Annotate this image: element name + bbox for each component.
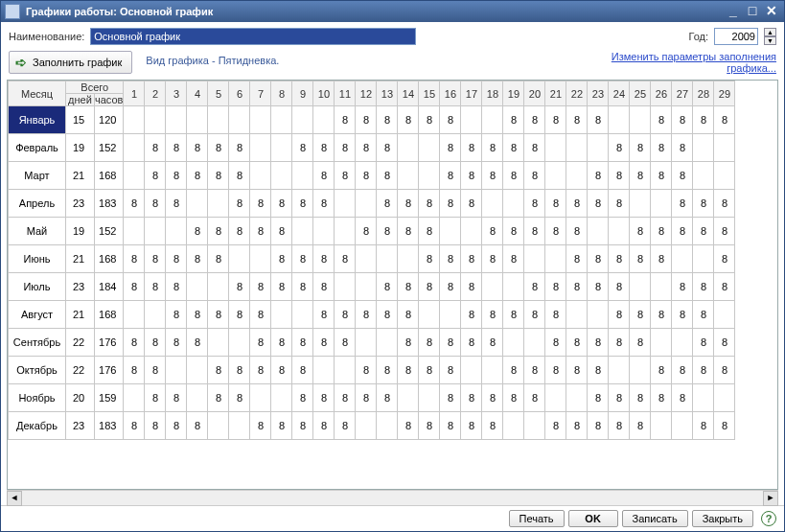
day-cell[interactable]: 8 xyxy=(419,106,440,134)
day-cell[interactable]: 8 xyxy=(524,134,545,162)
day-cell[interactable] xyxy=(609,106,630,134)
day-cell[interactable]: 8 xyxy=(398,301,419,329)
table-row[interactable]: Июль23184888888888888888888888 xyxy=(9,273,735,301)
day-cell[interactable]: 8 xyxy=(482,162,503,190)
day-cell[interactable]: 8 xyxy=(651,218,672,245)
day-cell[interactable] xyxy=(377,329,398,357)
day-cell[interactable] xyxy=(335,357,356,384)
day-cell[interactable]: 8 xyxy=(124,412,145,440)
day-cell[interactable]: 8 xyxy=(335,412,356,440)
day-cell[interactable]: 8 xyxy=(335,301,356,329)
hours-cell[interactable]: 168 xyxy=(95,162,124,190)
spin-up-icon[interactable]: ▲ xyxy=(764,28,776,36)
day-cell[interactable]: 8 xyxy=(714,357,735,384)
day-cell[interactable]: 8 xyxy=(229,162,250,190)
col-day-2[interactable]: 2 xyxy=(145,81,166,106)
day-cell[interactable]: 8 xyxy=(693,190,714,218)
day-cell[interactable]: 8 xyxy=(461,190,482,218)
day-cell[interactable] xyxy=(440,218,461,245)
day-cell[interactable]: 8 xyxy=(229,301,250,329)
day-cell[interactable]: 8 xyxy=(461,301,482,329)
day-cell[interactable]: 8 xyxy=(208,245,229,273)
day-cell[interactable] xyxy=(566,162,588,190)
day-cell[interactable]: 8 xyxy=(588,329,609,357)
day-cell[interactable]: 8 xyxy=(630,218,651,245)
day-cell[interactable] xyxy=(630,106,651,134)
day-cell[interactable] xyxy=(313,357,335,384)
day-cell[interactable]: 8 xyxy=(124,357,145,384)
day-cell[interactable]: 8 xyxy=(609,412,630,440)
day-cell[interactable]: 8 xyxy=(145,412,166,440)
day-cell[interactable]: 8 xyxy=(566,329,588,357)
day-cell[interactable]: 8 xyxy=(482,218,503,245)
day-cell[interactable]: 8 xyxy=(419,329,440,357)
col-day-16[interactable]: 16 xyxy=(440,81,461,106)
day-cell[interactable]: 8 xyxy=(377,273,398,301)
day-cell[interactable]: 8 xyxy=(609,134,630,162)
day-cell[interactable]: 8 xyxy=(292,357,313,384)
month-cell[interactable]: Декабрь xyxy=(9,412,66,440)
day-cell[interactable]: 8 xyxy=(187,162,208,190)
day-cell[interactable]: 8 xyxy=(651,245,672,273)
day-cell[interactable]: 8 xyxy=(672,384,693,412)
day-cell[interactable]: 8 xyxy=(609,162,630,190)
day-cell[interactable] xyxy=(482,106,503,134)
day-cell[interactable] xyxy=(335,273,356,301)
days-cell[interactable]: 19 xyxy=(66,134,95,162)
day-cell[interactable]: 8 xyxy=(609,245,630,273)
day-cell[interactable]: 8 xyxy=(503,245,524,273)
day-cell[interactable] xyxy=(356,273,377,301)
day-cell[interactable]: 8 xyxy=(503,357,524,384)
day-cell[interactable]: 8 xyxy=(377,357,398,384)
col-day-6[interactable]: 6 xyxy=(229,81,250,106)
col-day-12[interactable]: 12 xyxy=(356,81,377,106)
col-day-8[interactable]: 8 xyxy=(271,81,292,106)
day-cell[interactable]: 8 xyxy=(524,218,545,245)
day-cell[interactable]: 8 xyxy=(672,106,693,134)
day-cell[interactable]: 8 xyxy=(672,134,693,162)
day-cell[interactable]: 8 xyxy=(482,134,503,162)
day-cell[interactable] xyxy=(714,301,735,329)
hours-cell[interactable]: 168 xyxy=(95,301,124,329)
day-cell[interactable]: 8 xyxy=(166,134,187,162)
col-hours[interactable]: часов xyxy=(95,94,124,106)
day-cell[interactable] xyxy=(250,245,271,273)
col-day-17[interactable]: 17 xyxy=(461,81,482,106)
day-cell[interactable]: 8 xyxy=(166,329,187,357)
day-cell[interactable]: 8 xyxy=(566,190,588,218)
day-cell[interactable]: 8 xyxy=(292,412,313,440)
day-cell[interactable] xyxy=(503,190,524,218)
day-cell[interactable]: 8 xyxy=(651,162,672,190)
day-cell[interactable] xyxy=(524,245,545,273)
day-cell[interactable]: 8 xyxy=(419,357,440,384)
col-day-25[interactable]: 25 xyxy=(630,81,651,106)
month-cell[interactable]: Март xyxy=(9,162,66,190)
day-cell[interactable]: 8 xyxy=(377,134,398,162)
day-cell[interactable]: 8 xyxy=(335,106,356,134)
day-cell[interactable]: 8 xyxy=(208,301,229,329)
day-cell[interactable] xyxy=(419,384,440,412)
day-cell[interactable]: 8 xyxy=(588,162,609,190)
day-cell[interactable] xyxy=(630,273,651,301)
day-cell[interactable]: 8 xyxy=(609,384,630,412)
day-cell[interactable]: 8 xyxy=(166,162,187,190)
day-cell[interactable]: 8 xyxy=(166,273,187,301)
day-cell[interactable]: 8 xyxy=(693,301,714,329)
day-cell[interactable]: 8 xyxy=(271,190,292,218)
day-cell[interactable]: 8 xyxy=(335,384,356,412)
day-cell[interactable] xyxy=(229,245,250,273)
day-cell[interactable] xyxy=(250,134,271,162)
day-cell[interactable]: 8 xyxy=(166,301,187,329)
day-cell[interactable]: 8 xyxy=(250,357,271,384)
day-cell[interactable] xyxy=(419,301,440,329)
day-cell[interactable]: 8 xyxy=(166,190,187,218)
col-day-23[interactable]: 23 xyxy=(588,81,609,106)
day-cell[interactable]: 8 xyxy=(356,162,377,190)
day-cell[interactable]: 8 xyxy=(693,329,714,357)
day-cell[interactable]: 8 xyxy=(588,245,609,273)
day-cell[interactable]: 8 xyxy=(545,273,566,301)
year-spinner[interactable]: ▲▼ xyxy=(764,28,776,45)
day-cell[interactable] xyxy=(187,106,208,134)
days-cell[interactable]: 23 xyxy=(66,190,95,218)
day-cell[interactable]: 8 xyxy=(208,134,229,162)
